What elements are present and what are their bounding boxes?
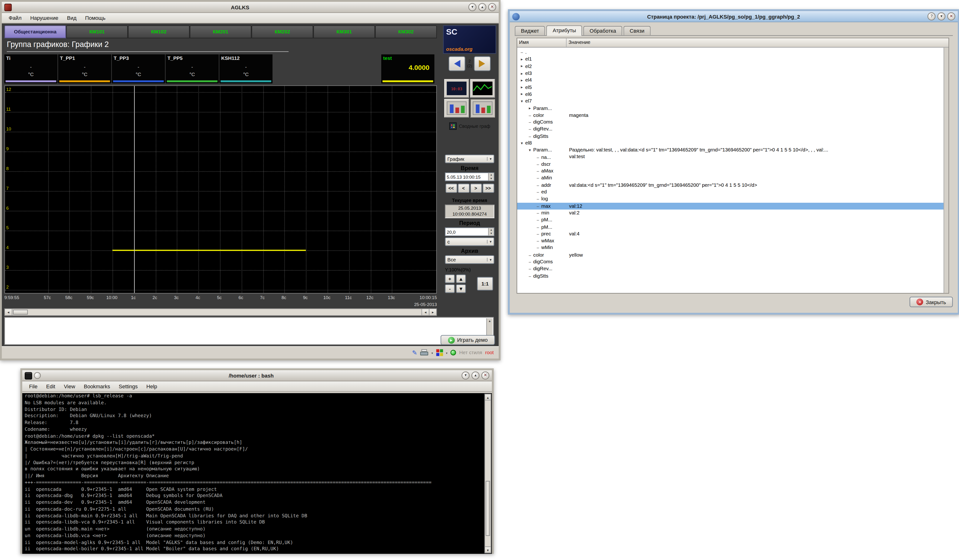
tree-expander-icon[interactable]: ▸ (519, 92, 524, 97)
clock-document-button[interactable]: 10:03 (444, 79, 469, 98)
terminal-titlebar[interactable]: /home/user : bash ▾ ▴ ✕ (22, 370, 492, 381)
fast-forward-button[interactable]: >> (483, 184, 494, 193)
tab-КМ201[interactable]: КМ201 (190, 25, 252, 38)
spin-down-icon[interactable]: ▼ (489, 177, 494, 181)
style-pen-icon[interactable]: ✎ (412, 349, 417, 356)
tree-expander-icon[interactable]: ▸ (519, 78, 524, 83)
palette-menu-icon[interactable]: ▾ (446, 351, 448, 355)
scrollbar-track[interactable] (485, 401, 491, 546)
tree-row-log[interactable]: –log (517, 196, 948, 202)
printer-icon[interactable] (421, 349, 429, 356)
tree-row-el3[interactable]: ▸el3 (517, 70, 948, 77)
tab-Связи[interactable]: Связи (624, 26, 650, 35)
tab-КМ301[interactable]: КМ301 (313, 25, 375, 38)
tree-row-el8[interactable]: ▾el8 (517, 140, 948, 146)
tab-КМ202[interactable]: КМ202 (252, 25, 313, 38)
tree-row-el7[interactable]: ▾el7 (517, 98, 948, 105)
printer-menu-icon[interactable]: ▾ (431, 351, 433, 355)
tree-row-aMax[interactable]: –aMax (517, 167, 948, 174)
tab-Общестанционна[interactable]: Общестанционна (4, 25, 66, 38)
scroll-right-icon[interactable]: ► (429, 309, 436, 315)
time-spinner[interactable]: 5.05.13 10:00:15 ▲ ▼ (445, 172, 494, 181)
tab-КМ302[interactable]: КМ302 (375, 25, 437, 38)
tree-expander-icon[interactable]: ▸ (519, 64, 524, 69)
close-button[interactable]: ✕ (947, 13, 956, 21)
scrollbar-track[interactable] (13, 309, 422, 315)
tree-row-Param...[interactable]: ▾Param...Раздельно: val:test, , , val:da… (517, 147, 948, 154)
tree-row-el5[interactable]: ▸el5 (517, 84, 948, 91)
scrollbar-thumb[interactable] (486, 481, 490, 536)
forward-button[interactable]: > (470, 184, 482, 193)
spinner-arrows[interactable]: ▲ ▼ (488, 228, 494, 235)
menu-item-Settings[interactable]: Settings (115, 382, 142, 391)
close-dialog-button[interactable]: ✕ Закрыть (910, 297, 953, 307)
tree-row-digStts[interactable]: –digStts (517, 272, 948, 279)
menu-item-Вид[interactable]: Вид (63, 14, 81, 22)
view-mode-select[interactable]: График ▼ (445, 154, 494, 163)
document-area[interactable]: ▲ ▼ (4, 317, 494, 345)
tree-row-digRev...[interactable]: –digRev... (517, 265, 948, 272)
maximize-button[interactable]: ▴ (472, 372, 480, 380)
scrollbar-thumb[interactable] (13, 310, 28, 315)
param-cell-T_PP3[interactable]: T_PP3-°C (112, 54, 165, 83)
oscada-logo[interactable]: SC oscada.org (443, 25, 496, 54)
spin-up-icon[interactable]: ▲ (489, 228, 494, 232)
tree-row-el2[interactable]: ▸el2 (517, 63, 948, 70)
tree-row-wMax[interactable]: –wMax (517, 237, 948, 244)
tree-row-digComs[interactable]: –digComs (517, 119, 948, 126)
tree-row-el4[interactable]: ▸el4 (517, 77, 948, 84)
trend-document-button[interactable] (470, 79, 495, 98)
graph-group-active-button[interactable] (470, 99, 495, 118)
param-cell-Ti[interactable]: Ti-°C (4, 54, 57, 83)
tree-row-ed[interactable]: –ed (517, 188, 948, 195)
menu-item-Нарушение[interactable]: Нарушение (26, 14, 63, 22)
trend-chart[interactable]: 12111098765432 (4, 85, 437, 294)
param-cell-T_PP5[interactable]: T_PP5-°C (166, 54, 219, 83)
help-button[interactable]: ? (927, 13, 936, 21)
pin-button[interactable] (34, 372, 41, 379)
minimize-button[interactable]: ▾ (462, 372, 470, 380)
zoom-in-button[interactable]: + (445, 275, 455, 283)
tree-expander-icon[interactable]: ▸ (527, 106, 532, 111)
tab-КМ102[interactable]: КМ102 (128, 25, 190, 38)
shift-up-button[interactable]: ▲ (456, 275, 466, 283)
tree-row-na...[interactable]: –na...val:test (517, 154, 948, 161)
param-cell-test[interactable]: test 4.0000 (381, 54, 435, 83)
tree-row-el1[interactable]: ▸el1 (517, 56, 948, 63)
tree-expander-icon[interactable]: ▾ (519, 99, 524, 104)
scroll-left-icon[interactable]: ◄ (422, 309, 429, 315)
scale-1to1-button[interactable]: 1:1 (477, 277, 493, 291)
tree-row-dscr[interactable]: –dscr (517, 161, 948, 167)
param-cell-KSH112[interactable]: KSH112-°C (220, 54, 273, 83)
menu-item-View[interactable]: View (60, 382, 80, 391)
tree-row-wMin[interactable]: –wMin (517, 244, 948, 251)
tab-КМ101[interactable]: КМ101 (66, 25, 128, 38)
tree-expander-icon[interactable]: ▸ (519, 85, 524, 90)
tab-Атрибуты[interactable]: Атрибуты (546, 25, 582, 36)
prev-page-button[interactable] (449, 56, 465, 71)
zoom-out-button[interactable]: - (445, 284, 455, 293)
menu-item-Edit[interactable]: Edit (42, 382, 59, 391)
tree-row-digComs[interactable]: –digComs (517, 258, 948, 265)
spinner-arrows[interactable]: ▲ ▼ (488, 173, 494, 181)
tree-row-color[interactable]: –colormagenta (517, 111, 948, 119)
period-unit-select[interactable]: c ▼ (445, 237, 494, 246)
menu-item-Help[interactable]: Help (142, 382, 161, 391)
menu-item-Bookmarks[interactable]: Bookmarks (80, 382, 114, 391)
back-button[interactable]: < (457, 184, 469, 193)
terminal-scrollbar[interactable]: ▲ ▼ (484, 394, 491, 553)
period-spinner[interactable]: 20,0 ▲ ▼ (445, 228, 494, 236)
chart-h-scrollbar[interactable]: ◄ ◄ ► (4, 309, 437, 316)
scroll-left-icon[interactable]: ◄ (5, 309, 13, 315)
menu-item-Помощь[interactable]: Помощь (81, 14, 110, 22)
next-page-button[interactable] (474, 56, 491, 71)
aglks-titlebar[interactable]: AGLKS ▾ ▴ ✕ (2, 2, 499, 13)
spin-up-icon[interactable]: ▲ (489, 173, 494, 177)
minimize-button[interactable]: ▾ (468, 3, 476, 11)
tree-row-color[interactable]: –coloryellow (517, 251, 948, 258)
archive-select[interactable]: Все ▼ (445, 255, 494, 264)
tree-expander-icon[interactable]: ▸ (519, 57, 524, 62)
play-demo-button[interactable]: ▶ Играть демо (441, 335, 495, 345)
tree-expander-icon[interactable]: ▸ (519, 71, 524, 76)
summary-graphs-button[interactable]: Сводные граф (449, 123, 490, 130)
